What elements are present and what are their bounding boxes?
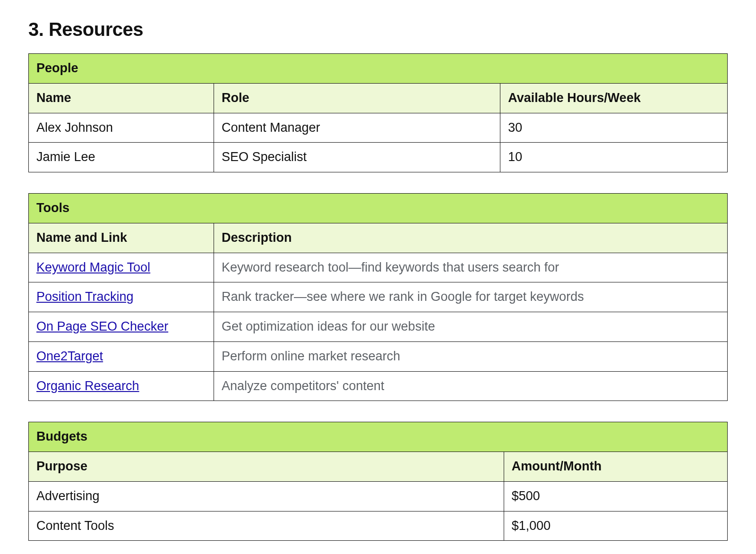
tool-link-keyword-magic-tool[interactable]: Keyword Magic Tool: [36, 260, 150, 274]
tool-link-one2target[interactable]: One2Target: [36, 349, 103, 363]
section-heading: 3. Resources: [28, 19, 728, 40]
table-row: Content Tools $1,000: [29, 511, 728, 541]
table-row: Position Tracking Rank tracker—see where…: [29, 282, 728, 312]
budget-amount: $1,000: [504, 511, 727, 541]
resources-section: 3. Resources People Name Role Available …: [0, 0, 756, 554]
people-col-role: Role: [214, 83, 500, 113]
people-col-hours: Available Hours/Week: [500, 83, 728, 113]
people-col-name: Name: [29, 83, 214, 113]
people-table: People Name Role Available Hours/Week Al…: [28, 53, 728, 172]
table-row: On Page SEO Checker Get optimization ide…: [29, 312, 728, 342]
person-hours: 10: [500, 143, 728, 172]
tool-desc: Keyword research tool—find keywords that…: [214, 253, 727, 282]
budgets-table: Budgets Purpose Amount/Month Advertising…: [28, 422, 728, 541]
budget-purpose: Content Tools: [29, 511, 504, 541]
person-name: Jamie Lee: [29, 143, 214, 172]
tool-link-on-page-seo-checker[interactable]: On Page SEO Checker: [36, 319, 168, 333]
tool-desc: Perform online market research: [214, 341, 727, 371]
tool-name-cell: On Page SEO Checker: [29, 312, 214, 342]
tools-col-desc: Description: [214, 223, 727, 253]
table-row: One2Target Perform online market researc…: [29, 341, 728, 371]
tool-desc: Analyze competitors' content: [214, 371, 727, 401]
budgets-col-purpose: Purpose: [29, 452, 504, 482]
tools-table: Tools Name and Link Description Keyword …: [28, 193, 728, 401]
tool-name-cell: Organic Research: [29, 371, 214, 401]
tool-name-cell: Position Tracking: [29, 282, 214, 312]
table-row: Alex Johnson Content Manager 30: [29, 113, 728, 143]
person-name: Alex Johnson: [29, 113, 214, 143]
tool-name-cell: One2Target: [29, 341, 214, 371]
table-row: Keyword Magic Tool Keyword research tool…: [29, 253, 728, 282]
person-role: SEO Specialist: [214, 143, 500, 172]
tool-desc: Rank tracker—see where we rank in Google…: [214, 282, 727, 312]
person-hours: 30: [500, 113, 728, 143]
table-row: Jamie Lee SEO Specialist 10: [29, 143, 728, 172]
tool-link-organic-research[interactable]: Organic Research: [36, 379, 139, 393]
budget-purpose: Advertising: [29, 481, 504, 511]
table-row: Advertising $500: [29, 481, 728, 511]
people-table-title: People: [29, 54, 728, 84]
budgets-table-title: Budgets: [29, 422, 728, 452]
table-row: Organic Research Analyze competitors' co…: [29, 371, 728, 401]
tool-link-position-tracking[interactable]: Position Tracking: [36, 290, 134, 304]
tools-table-title: Tools: [29, 194, 728, 223]
tools-col-name: Name and Link: [29, 223, 214, 253]
person-role: Content Manager: [214, 113, 500, 143]
tool-name-cell: Keyword Magic Tool: [29, 253, 214, 282]
budget-amount: $500: [504, 481, 727, 511]
budgets-col-amount: Amount/Month: [504, 452, 727, 482]
tool-desc: Get optimization ideas for our website: [214, 312, 727, 342]
